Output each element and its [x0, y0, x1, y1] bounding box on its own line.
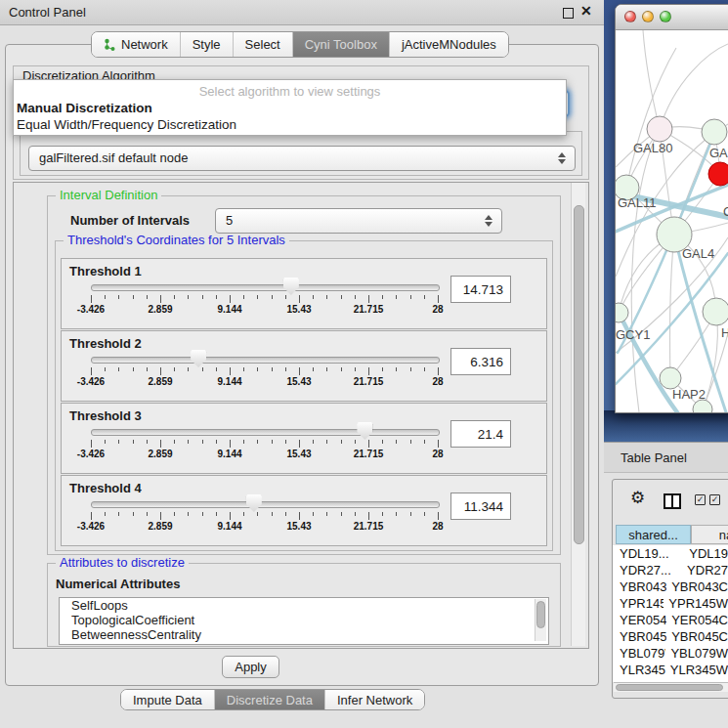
table-row[interactable]: YDL19...YDL19	[613, 545, 728, 562]
name-cell[interactable]: YBR045C	[666, 628, 728, 645]
slider-tick-label: 9.144	[217, 521, 241, 532]
shared-name-cell[interactable]: YDL19...	[613, 545, 684, 562]
slider-track[interactable]	[91, 501, 440, 508]
mac-minimize-icon[interactable]	[642, 11, 654, 22]
slider-tick	[313, 367, 314, 371]
attributes-scrollbar-thumb[interactable]	[536, 601, 545, 628]
tab-jactivemnodules[interactable]: jActiveMNodules	[389, 32, 508, 57]
table-row[interactable]: YDR27...YDR27	[613, 562, 728, 578]
slider-thumb[interactable]	[357, 422, 372, 440]
threshold-value-field[interactable]: 6.316	[450, 348, 511, 375]
shared-name-cell[interactable]: YER054C	[613, 612, 666, 628]
settings-scrollbar[interactable]	[571, 183, 585, 646]
slider-tick-label: 28	[432, 376, 443, 387]
red-node[interactable]	[708, 162, 728, 186]
column-header-0[interactable]: shared...	[616, 525, 691, 544]
slider-thumb[interactable]	[283, 278, 299, 295]
table-row[interactable]: YBL079WYBL079W	[613, 645, 728, 662]
slider-tick	[174, 367, 175, 371]
apply-button[interactable]: Apply	[222, 656, 279, 678]
tab-style[interactable]: Style	[180, 32, 233, 57]
tab-discretize-data[interactable]: Discretize Data	[214, 690, 324, 709]
slider-track[interactable]	[91, 284, 440, 291]
gear-icon[interactable]: ⚙	[630, 490, 645, 506]
split-columns-icon[interactable]	[664, 493, 681, 509]
screen: Control Panel ✕ NetworkStyleSelectCyni T…	[0, 0, 728, 728]
shared-name-cell[interactable]: YDR27...	[613, 562, 682, 578]
hap2-node[interactable]	[660, 367, 681, 389]
slider-tick	[230, 440, 231, 448]
slider-tick	[257, 440, 258, 444]
name-cell[interactable]: YBL079W	[665, 645, 728, 662]
attribute-item[interactable]: BetweennessCentrality	[60, 627, 548, 642]
slider-tick-label: -3.426	[77, 304, 105, 315]
shared-name-cell[interactable]: YPR145W	[613, 595, 664, 612]
threshold-value-field[interactable]: 14.713	[450, 276, 511, 303]
name-cell[interactable]: YLR345W	[665, 662, 728, 678]
column-header-1[interactable]: name	[691, 525, 728, 544]
name-cell[interactable]: YDL19	[684, 545, 728, 562]
float-window-icon[interactable]	[563, 8, 574, 19]
table-hscrollbar-thumb[interactable]	[616, 684, 723, 691]
table-row[interactable]: YBR045CYBR045C	[613, 628, 728, 645]
slider-tick	[326, 512, 327, 516]
shared-name-cell[interactable]: YBR043C	[613, 578, 666, 595]
slider-tick	[341, 440, 342, 444]
checkbox-icon[interactable]: ✓	[709, 494, 720, 505]
network-canvas[interactable]: GAL80GACGAL11GAL4GCY1HHAP2	[616, 30, 728, 412]
close-icon[interactable]: ✕	[580, 3, 592, 19]
slider-tick	[272, 295, 273, 299]
network-view-window[interactable]: GAL80GACGAL11GAL4GCY1HHAP2	[615, 4, 728, 413]
gal-node[interactable]	[702, 119, 727, 145]
threshold-value-field[interactable]: 21.4	[450, 420, 511, 448]
name-cell[interactable]: YPR145W	[664, 595, 728, 612]
name-cell[interactable]: YDR27	[682, 562, 728, 578]
slider-track[interactable]	[91, 429, 440, 436]
mac-close-icon[interactable]	[624, 11, 636, 22]
node-table[interactable]: YDL19...YDL19YDR27...YDR27YBR043CYBR043C…	[613, 545, 728, 682]
network-edge	[669, 235, 674, 378]
node-label: C	[723, 204, 728, 219]
number-of-intervals-combobox[interactable]: 5	[215, 208, 502, 234]
name-cell[interactable]: YBR043C	[666, 578, 728, 595]
slider-tick	[326, 295, 327, 299]
settings-scrollbar-thumb[interactable]	[574, 205, 584, 544]
table-row[interactable]: YER054CYER054C	[613, 612, 728, 628]
table-row[interactable]: YLR345WYLR345W	[613, 662, 728, 678]
tab-select[interactable]: Select	[233, 32, 292, 57]
attributes-list-scrollbar[interactable]	[535, 599, 546, 641]
algorithm-option[interactable]: Equal Width/Frequency Discretization	[17, 117, 236, 132]
tab-network[interactable]: Network	[92, 32, 180, 57]
slider-tick	[326, 440, 327, 444]
table-data-combobox[interactable]: galFiltered.sif default node	[28, 146, 576, 171]
table-hscrollbar[interactable]	[614, 682, 728, 692]
slider-track[interactable]	[91, 357, 440, 364]
mac-zoom-icon[interactable]	[660, 11, 671, 22]
network-window-titlebar[interactable]	[616, 5, 728, 30]
name-cell[interactable]: YER054C	[666, 612, 728, 628]
gal80-node[interactable]	[647, 116, 672, 142]
table-row[interactable]: YBR043CYBR043C	[613, 578, 728, 595]
algorithm-dropdown-popup: Select algorithm to view settings Manual…	[13, 79, 567, 136]
slider-thumb[interactable]	[191, 350, 206, 367]
shared-name-cell[interactable]: YBR045C	[613, 628, 666, 645]
shared-name-cell[interactable]: YLR345W	[613, 662, 665, 678]
slider-tick	[216, 367, 217, 371]
h-node[interactable]	[703, 298, 728, 325]
checkbox-icon[interactable]: ✓	[695, 494, 706, 505]
table-row[interactable]: YPR145WYPR145W	[613, 595, 728, 612]
shared-name-cell[interactable]: YBL079W	[613, 645, 665, 662]
numerical-attributes-list[interactable]: SelfLoopsTopologicalCoefficientBetweenne…	[59, 597, 549, 645]
tab-infer-network[interactable]: Infer Network	[324, 690, 424, 709]
gcy1-node[interactable]	[616, 303, 628, 322]
combo-arrows-icon	[485, 215, 493, 227]
algorithm-option[interactable]: Manual Discretization	[17, 101, 152, 115]
slider-tick	[91, 512, 92, 520]
slider-thumb[interactable]	[246, 494, 262, 512]
slider-tick	[243, 295, 244, 299]
attribute-item[interactable]: SelfLoops	[60, 598, 548, 613]
threshold-value-field[interactable]: 11.344	[450, 492, 511, 520]
attribute-item[interactable]: TopologicalCoefficient	[60, 613, 548, 627]
tab-impute-data[interactable]: Impute Data	[121, 690, 214, 709]
tab-cyni-toolbox[interactable]: Cyni Toolbox	[292, 32, 389, 57]
